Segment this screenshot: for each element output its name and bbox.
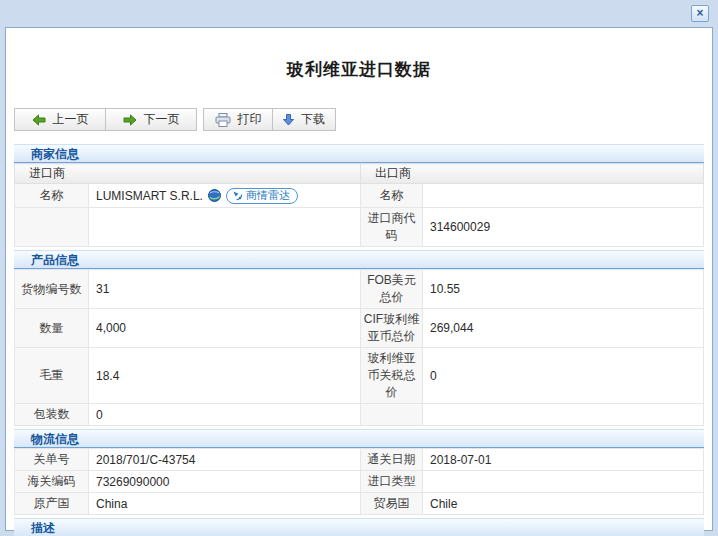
logistics-section-header: 物流信息	[14, 429, 704, 448]
window-frame-titlebar: ×	[0, 0, 718, 27]
print-button[interactable]: 打印	[203, 108, 273, 131]
field-label: 进口类型	[361, 471, 423, 493]
table-row: 货物编号数 31 FOB美元总价 10.55	[15, 270, 704, 309]
table-row: 毛重 18.4 玻利维亚币关税总价 0	[15, 348, 704, 404]
table-row: 关单号 2018/701/C-43754 通关日期 2018-07-01	[15, 449, 704, 471]
printer-icon	[215, 113, 231, 127]
exporter-name-value	[423, 184, 704, 208]
importer-column-header: 进口商	[15, 164, 361, 184]
field-label: 原产国	[15, 493, 89, 515]
table-row: 包装数 0	[15, 404, 704, 426]
field-value: 4,000	[89, 309, 361, 348]
description-section-header: 描述	[14, 518, 704, 536]
field-label: 关单号	[15, 449, 89, 471]
empty-label-cell	[15, 208, 89, 247]
field-value	[423, 471, 704, 493]
field-label: 玻利维亚币关税总价	[361, 348, 423, 404]
field-label: CIF玻利维亚币总价	[361, 309, 423, 348]
empty-value-cell	[89, 208, 361, 247]
next-page-button[interactable]: 下一页	[105, 108, 197, 131]
field-value: 18.4	[89, 348, 361, 404]
field-label: 货物编号数	[15, 270, 89, 309]
table-row: 数量 4,000 CIF玻利维亚币总价 269,044	[15, 309, 704, 348]
globe-icon[interactable]	[208, 189, 221, 202]
dialog-panel: 玻利维亚进口数据 上一页 下一页 打印	[5, 27, 713, 531]
download-label: 下载	[301, 111, 325, 128]
next-page-label: 下一页	[144, 111, 180, 128]
field-label	[361, 404, 423, 426]
radar-badge-label: 商情雷达	[246, 188, 290, 203]
detail-tables: 商家信息 进口商 出口商 名称 LUMISMART S.R.L.	[14, 144, 704, 536]
field-value: 0	[423, 348, 704, 404]
field-value: 10.55	[423, 270, 704, 309]
importer-code-label: 进口商代码	[361, 208, 423, 247]
field-value	[423, 404, 704, 426]
exporter-column-header: 出口商	[361, 164, 704, 184]
download-button[interactable]: 下载	[272, 108, 336, 131]
section-logistics-info: 物流信息 关单号 2018/701/C-43754 通关日期 2018-07-0…	[14, 429, 704, 515]
prev-page-label: 上一页	[53, 111, 89, 128]
table-row: 原产国 China 贸易国 Chile	[15, 493, 704, 515]
download-arrow-icon	[283, 114, 294, 126]
close-icon: ×	[696, 6, 703, 20]
section-merchant-info: 商家信息 进口商 出口商 名称 LUMISMART S.R.L.	[14, 144, 704, 247]
field-label: 海关编码	[15, 471, 89, 493]
toolbar: 上一页 下一页 打印 下载	[14, 108, 712, 131]
section-description: 描述 产品描述 SUJETARDOR CONECTOR PARA TUBOS L…	[14, 518, 704, 536]
importer-name-value: LUMISMART S.R.L.	[96, 189, 203, 203]
field-label: FOB美元总价	[361, 270, 423, 309]
importer-name-label: 名称	[15, 184, 89, 208]
field-label: 毛重	[15, 348, 89, 404]
radar-icon	[232, 190, 243, 201]
field-value: China	[89, 493, 361, 515]
page-title: 玻利维亚进口数据	[6, 58, 712, 81]
field-value: 2018-07-01	[423, 449, 704, 471]
field-label: 通关日期	[361, 449, 423, 471]
product-section-header: 产品信息	[14, 250, 704, 269]
importer-code-value: 314600029	[423, 208, 704, 247]
arrow-left-icon	[32, 114, 46, 126]
radar-badge[interactable]: 商情雷达	[226, 188, 298, 204]
field-value: 73269090000	[89, 471, 361, 493]
section-product-info: 产品信息 货物编号数 31 FOB美元总价 10.55 数量 4,000 CIF…	[14, 250, 704, 426]
field-value: 2018/701/C-43754	[89, 449, 361, 471]
arrow-right-icon	[123, 114, 137, 126]
field-value: 0	[89, 404, 361, 426]
exporter-name-label: 名称	[361, 184, 423, 208]
table-row: 海关编码 73269090000 进口类型	[15, 471, 704, 493]
merchant-section-header: 商家信息	[14, 144, 704, 163]
field-value: 269,044	[423, 309, 704, 348]
print-label: 打印	[238, 111, 262, 128]
prev-page-button[interactable]: 上一页	[14, 108, 106, 131]
field-label: 数量	[15, 309, 89, 348]
field-value: Chile	[423, 493, 704, 515]
close-button[interactable]: ×	[691, 5, 709, 22]
field-value: 31	[89, 270, 361, 309]
field-label: 贸易国	[361, 493, 423, 515]
field-label: 包装数	[15, 404, 89, 426]
